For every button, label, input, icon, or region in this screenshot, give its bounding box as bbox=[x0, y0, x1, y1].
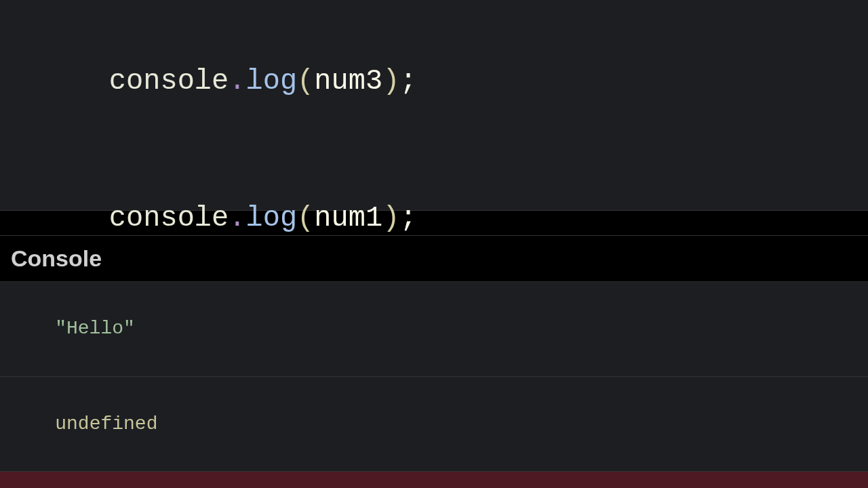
console-string-value: "Hello" bbox=[55, 318, 135, 339]
console-panel-header[interactable]: Console bbox=[0, 236, 868, 282]
code-token-method: log bbox=[245, 202, 297, 235]
code-line[interactable]: console.log(num3); bbox=[41, 14, 827, 150]
console-log-entry: "Hello" bbox=[0, 282, 868, 377]
code-token-identifier: console bbox=[109, 202, 229, 235]
console-log-entry: undefined bbox=[0, 377, 868, 472]
code-token-semicolon: ; bbox=[399, 202, 416, 235]
code-editor[interactable]: console.log(num3); console.log(num1); bbox=[0, 0, 868, 210]
code-token-paren: ( bbox=[297, 65, 314, 98]
code-token-paren: ) bbox=[382, 65, 399, 98]
code-token-dot: . bbox=[229, 202, 245, 235]
code-token-dot: . bbox=[229, 65, 245, 98]
code-token-paren: ) bbox=[382, 202, 399, 235]
console-error-entry: Uncaught ReferenceError: Cannot access '… bbox=[0, 472, 868, 488]
console-title: Console bbox=[11, 245, 102, 271]
code-token-semicolon: ; bbox=[399, 65, 416, 98]
code-token-method: log bbox=[245, 65, 297, 98]
code-token-paren: ( bbox=[297, 202, 314, 235]
code-token-argument: num3 bbox=[314, 65, 382, 98]
console-output[interactable]: "Hello" undefined Uncaught ReferenceErro… bbox=[0, 282, 868, 488]
code-token-identifier: console bbox=[109, 65, 229, 98]
code-token-argument: num1 bbox=[314, 202, 382, 235]
console-undefined-value: undefined bbox=[55, 413, 157, 434]
